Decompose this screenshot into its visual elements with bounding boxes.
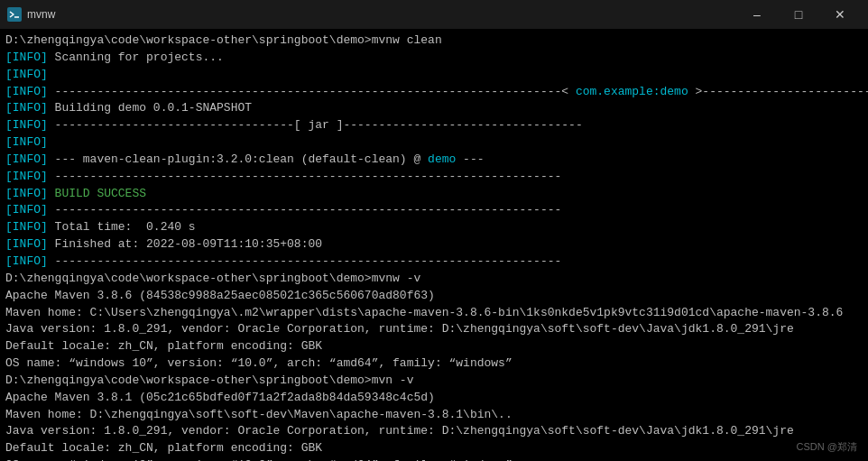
watermark-text: CSDN @郑清 (797, 440, 857, 454)
title-bar-controls: – □ ✕ (736, 0, 861, 29)
svg-rect-0 (7, 7, 22, 22)
terminal-line: [INFO] ---------------------------------… (5, 254, 863, 271)
title-bar: mvnw – □ ✕ (0, 0, 868, 29)
terminal-line: [INFO] (5, 67, 863, 84)
terminal-icon (7, 7, 22, 22)
maximize-button[interactable]: □ (778, 0, 819, 29)
close-button[interactable]: ✕ (819, 0, 861, 29)
terminal-line: Java version: 1.8.0_291, vendor: Oracle … (5, 423, 863, 440)
terminal-line: [INFO] Finished at: 2022-08-09T11:10:35+… (5, 236, 863, 254)
terminal-line: [INFO] ---------------------------------… (5, 169, 863, 186)
terminal-line: Apache Maven 3.8.6 (84538c9988a25aec0850… (5, 288, 863, 305)
terminal-line: OS name: “windows 10”, version: “10.0”, … (5, 457, 863, 461)
terminal-line: [INFO] (5, 134, 863, 152)
terminal-line: Default locale: zh_CN, platform encoding… (5, 440, 863, 457)
terminal-line: [INFO] ---------------------------------… (5, 84, 863, 101)
window: mvnw – □ ✕ D:\zhengqingya\code\workspace… (0, 0, 868, 461)
terminal-line: Java version: 1.8.0_291, vendor: Oracle … (5, 321, 863, 338)
terminal-line: [INFO] Total time: 0.240 s (5, 219, 863, 236)
terminal-line: Maven home: D:\zhengqingya\soft\soft-dev… (5, 407, 863, 424)
terminal-line: [INFO] ---------------------------------… (5, 202, 863, 219)
terminal-line: [INFO] ---------------------------------… (5, 117, 863, 134)
terminal-line: D:\zhengqingya\code\workspace-other\spri… (5, 373, 863, 390)
terminal-line: Apache Maven 3.8.1 (05c21c65bdfed0f71a2f… (5, 390, 863, 407)
terminal-line: [INFO] Scanning for projects... (5, 50, 863, 67)
terminal-line: Maven home: C:\Users\zhengqingya\.m2\wra… (5, 305, 863, 322)
terminal-line: [INFO] Building demo 0.0.1-SNAPSHOT (5, 100, 863, 117)
terminal-line: OS name: “windows 10”, version: “10.0”, … (5, 355, 863, 373)
terminal-line: [INFO] --- maven-clean-plugin:3.2.0:clea… (5, 152, 863, 169)
terminal[interactable]: D:\zhengqingya\code\workspace-other\spri… (0, 29, 868, 461)
terminal-line: [INFO] BUILD SUCCESS (5, 186, 863, 203)
terminal-line: Default locale: zh_CN, platform encoding… (5, 338, 863, 355)
terminal-line: D:\zhengqingya\code\workspace-other\spri… (5, 32, 863, 50)
terminal-line: D:\zhengqingya\code\workspace-other\spri… (5, 271, 863, 288)
title-bar-text: mvnw (27, 8, 736, 21)
minimize-button[interactable]: – (736, 0, 778, 29)
